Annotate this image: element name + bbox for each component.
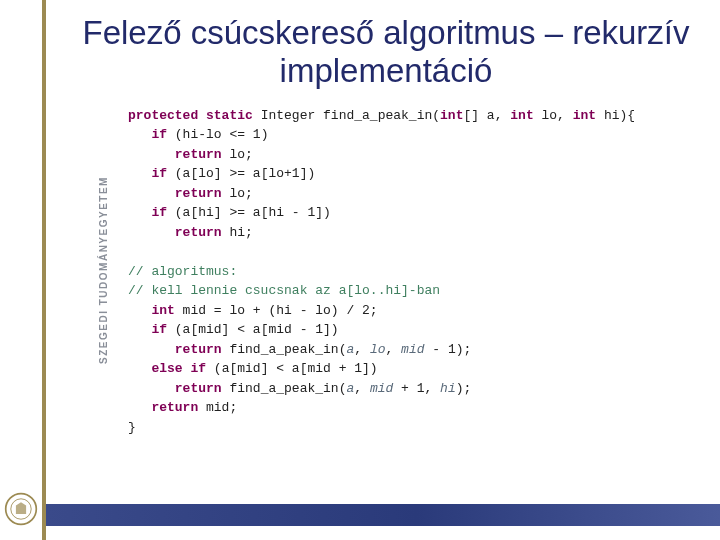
code-token: - 1); [425,342,472,357]
code-token: int [573,108,596,123]
code-token: int [128,303,183,318]
code-token: return [128,225,229,240]
code-token: else if [128,361,214,376]
code-token: mid [401,342,424,357]
code-token: hi; [229,225,252,240]
code-token: int [510,108,533,123]
code-token: (a[lo] >= a[lo+1]) [175,166,315,181]
code-token: (hi-lo <= 1) [175,127,269,142]
slide-title: Felező csúcskereső algoritmus – rekurzív… [70,14,702,90]
code-token: if [128,166,175,181]
code-token: mid; [206,400,237,415]
university-seal-icon [4,492,38,526]
code-token: return [128,381,229,396]
code-comment: // kell lennie csucsnak az a[lo..hi]-ban [128,283,440,298]
code-token: + 1, [393,381,440,396]
slide-content: Felező csúcskereső algoritmus – rekurzív… [46,0,720,540]
code-block: protected static Integer find_a_peak_in(… [70,106,702,438]
code-token: hi){ [596,108,635,123]
code-token: find_a_peak_in( [229,342,346,357]
code-token: lo, [534,108,573,123]
code-token: mid = lo + (hi - lo) / 2; [183,303,378,318]
code-token: } [128,420,136,435]
code-token: find_a_peak_in( [229,381,346,396]
code-comment: // algoritmus: [128,264,237,279]
footer-band [46,504,720,526]
code-token: lo; [229,147,252,162]
sidebar: SZEGEDI TUDOMÁNYEGYETEM [0,0,42,540]
code-token: ); [456,381,472,396]
code-token: hi [440,381,456,396]
code-token: int [440,108,463,123]
code-token: mid [370,381,393,396]
code-token: return [128,147,229,162]
code-token: (a[mid] < a[mid - 1]) [175,322,339,337]
code-token: [] a, [463,108,510,123]
code-token: , [385,342,401,357]
code-token: lo; [229,186,252,201]
code-token: Integer find_a_peak_in( [261,108,440,123]
code-token: , [354,342,370,357]
code-token: , [354,381,370,396]
code-token: if [128,322,175,337]
code-token: if [128,127,175,142]
code-token: (a[mid] < a[mid + 1]) [214,361,378,376]
code-token: if [128,205,175,220]
code-token: return [128,342,229,357]
code-token: return [128,400,206,415]
code-token: return [128,186,229,201]
code-token: lo [370,342,386,357]
code-token: protected static [128,108,261,123]
code-token: (a[hi] >= a[hi - 1]) [175,205,331,220]
